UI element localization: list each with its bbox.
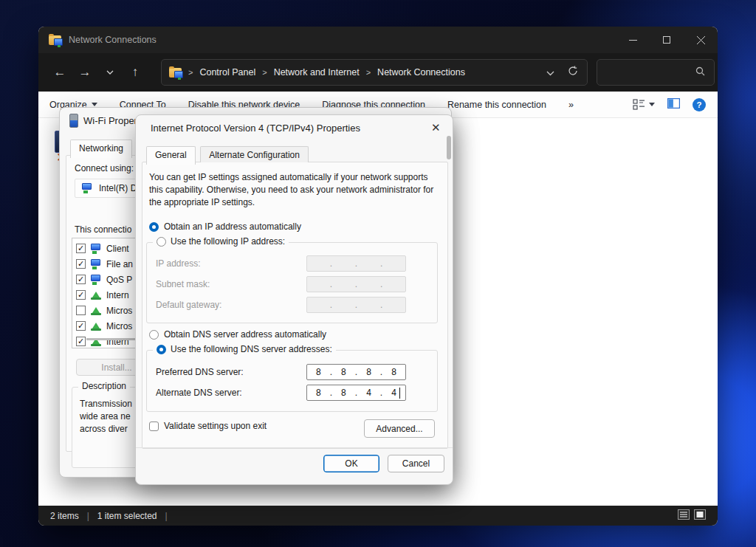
network-connections-icon bbox=[49, 35, 63, 46]
wifi-adapter-icon bbox=[69, 114, 78, 128]
window-title: Network Connections bbox=[69, 35, 157, 45]
description-line: wide area ne bbox=[80, 410, 131, 423]
ip-address-label: IP address: bbox=[156, 258, 200, 269]
back-button[interactable]: ← bbox=[49, 61, 71, 83]
search-icon bbox=[695, 66, 705, 79]
protocol-icon bbox=[90, 321, 102, 331]
recent-locations-chevron[interactable] bbox=[99, 61, 121, 83]
checkbox-checked[interactable]: ✓ bbox=[76, 275, 86, 284]
preferred-dns-field[interactable]: 8. 8. 8. 8 bbox=[306, 364, 406, 380]
checkbox-checked[interactable]: ✓ bbox=[76, 290, 86, 300]
tab-networking[interactable]: Networking bbox=[70, 140, 132, 158]
ip-settings-intro: You can get IP settings assigned automat… bbox=[149, 171, 439, 208]
radio-selected-icon[interactable] bbox=[149, 222, 159, 232]
radio-use-dns[interactable]: Use the following DNS server addresses: bbox=[153, 344, 336, 354]
description-line: Transmission bbox=[80, 398, 132, 410]
description-title: Description bbox=[82, 381, 126, 391]
forward-button[interactable]: → bbox=[74, 61, 96, 83]
adapter-monitor-icon bbox=[81, 183, 93, 193]
default-gateway-field: ... bbox=[306, 297, 406, 313]
file-sharing-service-icon bbox=[90, 259, 102, 269]
checkbox-checked[interactable]: ✓ bbox=[76, 337, 86, 346]
checkbox-checked[interactable]: ✓ bbox=[76, 244, 86, 253]
refresh-icon[interactable] bbox=[568, 66, 578, 79]
checkbox-checked[interactable]: ✓ bbox=[76, 321, 86, 331]
ipv4-dialog-title: Internet Protocol Version 4 (TCP/IPv4) P… bbox=[151, 123, 360, 134]
checkbox-unchecked[interactable] bbox=[149, 422, 159, 431]
breadcrumb-separator: > bbox=[257, 68, 272, 77]
radio-use-ip[interactable]: Use the following IP address: bbox=[153, 236, 289, 247]
advanced-button[interactable]: Advanced... bbox=[364, 419, 435, 438]
preview-pane-button[interactable] bbox=[667, 98, 680, 111]
tab-general[interactable]: General bbox=[146, 146, 196, 165]
details-view-button[interactable] bbox=[678, 509, 690, 522]
footer-divider bbox=[136, 447, 453, 448]
breadcrumb-network-connections[interactable]: Network Connections bbox=[376, 67, 467, 78]
rename-connection-button[interactable]: Rename this connection bbox=[436, 100, 557, 110]
ip-address-field: ... bbox=[306, 255, 406, 272]
selected-count: 1 item selected bbox=[97, 511, 157, 521]
description-line: across diver bbox=[80, 423, 128, 436]
close-button[interactable] bbox=[684, 27, 718, 53]
subnet-mask-field: ... bbox=[306, 276, 406, 292]
scrollbar-thumb[interactable] bbox=[447, 136, 451, 159]
desktop: Network Connections ← → ↑ bbox=[0, 0, 756, 547]
this-connection-label: This connectio bbox=[75, 224, 131, 235]
radio-obtain-ip[interactable]: Obtain an IP address automatically bbox=[149, 221, 301, 232]
subnet-mask-label: Subnet mask: bbox=[156, 279, 210, 289]
adapter-name: Intel(R) D bbox=[99, 183, 137, 193]
radio-obtain-dns[interactable]: Obtain DNS server address automatically bbox=[149, 329, 326, 340]
address-bar[interactable]: > Control Panel > Network and Internet >… bbox=[161, 59, 588, 86]
radio-unselected-icon[interactable] bbox=[149, 330, 159, 340]
protocol-icon bbox=[90, 306, 102, 316]
checkbox-unchecked[interactable] bbox=[76, 306, 86, 315]
text-caret bbox=[399, 388, 400, 399]
large-icons-view-button[interactable] bbox=[694, 509, 706, 522]
minimize-button[interactable] bbox=[616, 27, 650, 53]
breadcrumb-network-and-internet[interactable]: Network and Internet bbox=[272, 67, 361, 78]
client-service-icon bbox=[90, 244, 102, 254]
up-button[interactable]: ↑ bbox=[124, 61, 146, 83]
alternate-dns-field[interactable]: 8. 8. 4. 4 bbox=[306, 385, 406, 401]
tab-alternate-configuration[interactable]: Alternate Configuration bbox=[200, 146, 309, 162]
radio-unselected-icon[interactable] bbox=[157, 237, 166, 247]
protocol-icon bbox=[90, 290, 102, 300]
ok-button[interactable]: OK bbox=[323, 455, 379, 472]
change-view-button[interactable] bbox=[633, 99, 655, 110]
navigation-toolbar: ← → ↑ > Control Panel > Network and Inte… bbox=[38, 53, 718, 92]
ipv4-properties-dialog: Internet Protocol Version 4 (TCP/IPv4) P… bbox=[135, 114, 453, 485]
breadcrumb-separator: > bbox=[183, 68, 198, 77]
items-count: 2 items bbox=[50, 511, 79, 521]
checkbox-checked[interactable]: ✓ bbox=[76, 259, 86, 269]
wifi-dialog-title: Wi-Fi Proper bbox=[83, 115, 137, 126]
use-ip-groupbox: Use the following IP address: IP address… bbox=[146, 242, 438, 323]
address-dropdown-chevron-icon[interactable] bbox=[546, 66, 554, 79]
cancel-button[interactable]: Cancel bbox=[388, 455, 444, 472]
default-gateway-label: Default gateway: bbox=[156, 300, 221, 310]
qos-service-icon bbox=[90, 275, 102, 285]
connect-using-label: Connect using: bbox=[75, 163, 134, 173]
search-input[interactable] bbox=[597, 59, 715, 86]
use-dns-groupbox: Use the following DNS server addresses: … bbox=[146, 350, 438, 412]
address-folder-icon bbox=[169, 67, 183, 78]
help-button[interactable]: ? bbox=[693, 98, 706, 111]
window-titlebar[interactable]: Network Connections bbox=[38, 27, 718, 53]
alternate-dns-label: Alternate DNS server: bbox=[156, 388, 242, 398]
dialog-close-icon[interactable]: ✕ bbox=[431, 121, 441, 134]
maximize-button[interactable] bbox=[650, 27, 684, 53]
validate-settings-checkbox[interactable]: Validate settings upon exit bbox=[149, 421, 267, 431]
breadcrumb-control-panel[interactable]: Control Panel bbox=[198, 67, 257, 78]
breadcrumb-separator: > bbox=[361, 68, 376, 77]
status-bar: 2 items | 1 item selected | bbox=[38, 506, 718, 526]
radio-selected-icon[interactable] bbox=[157, 345, 166, 354]
command-overflow-button[interactable]: » bbox=[557, 100, 585, 110]
preferred-dns-label: Preferred DNS server: bbox=[156, 367, 244, 377]
